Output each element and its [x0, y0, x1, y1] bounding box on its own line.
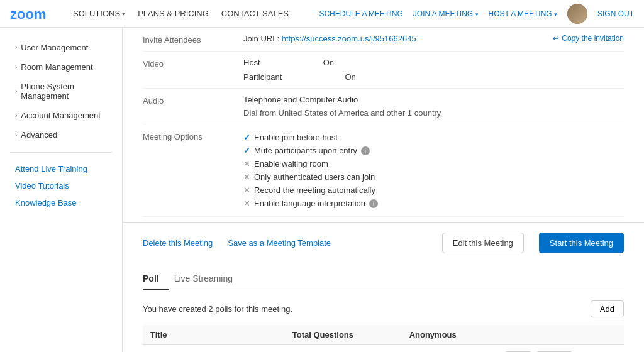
- header-right: SCHEDULE A MEETING JOIN A MEETING ▾ HOST…: [319, 4, 634, 24]
- option-record-automatically: ✕ Record the meeting automatically: [243, 184, 624, 197]
- edit-meeting-button[interactable]: Edit this Meeting: [442, 233, 524, 253]
- zoom-logo-icon: zoom: [10, 6, 60, 21]
- solutions-chevron-icon: ▾: [122, 11, 125, 17]
- poll-anonymous-cell: No: [402, 345, 497, 353]
- sidebar-item-room-management[interactable]: › Room Management: [0, 57, 122, 77]
- lang-info-icon[interactable]: i: [369, 199, 378, 208]
- audio-row: Audio Telephone and Computer Audio Dial …: [143, 89, 624, 124]
- action-bar: Delete this Meeting Save as a Meeting Te…: [123, 222, 644, 263]
- join-meeting-chevron-icon: ▾: [475, 11, 479, 18]
- poll-questions-cell: 2 questions: [285, 345, 402, 353]
- join-meeting-link[interactable]: JOIN A MEETING ▾: [413, 9, 479, 18]
- tabs-bar: Poll Live Streaming: [143, 268, 624, 290]
- meeting-details-table: Invite Attendees Join URL: https://succe…: [123, 28, 644, 217]
- add-poll-button[interactable]: Add: [591, 300, 624, 317]
- sidebar-link-video-tutorials[interactable]: Video Tutorials: [0, 177, 122, 194]
- participant-label: Participant: [243, 72, 282, 82]
- host-value: On: [323, 58, 334, 67]
- option-language-interpretation: ✕ Enable language interpretation i: [243, 197, 624, 210]
- room-mgmt-arrow-icon: ›: [15, 63, 17, 70]
- main-nav: SOLUTIONS ▾ PLANS & PRICING CONTACT SALE…: [73, 9, 319, 18]
- sidebar-item-advanced[interactable]: › Advanced: [0, 125, 122, 145]
- check-icon: ✓: [243, 133, 250, 142]
- logo[interactable]: zoom: [10, 6, 60, 21]
- sidebar-item-account-management[interactable]: › Account Management: [0, 106, 122, 125]
- sidebar: › User Management › Room Management › Ph…: [0, 28, 123, 352]
- poll-table-head: Title Total Questions Anonymous: [143, 325, 624, 345]
- advanced-arrow-icon: ›: [15, 131, 17, 138]
- meeting-options-value: ✓ Enable join before host ✓ Mute partici…: [243, 131, 624, 210]
- invite-attendees-value: Join URL: https://success.zoom.us/j/9516…: [243, 34, 553, 43]
- sidebar-link-live-training[interactable]: Attend Live Training: [0, 160, 122, 177]
- tabs-section: Poll Live Streaming You have created 2 p…: [123, 268, 644, 352]
- acct-mgmt-arrow-icon: ›: [15, 112, 17, 119]
- schedule-meeting-link[interactable]: SCHEDULE A MEETING: [319, 9, 402, 18]
- avatar[interactable]: [567, 4, 587, 24]
- audio-value: Telephone and Computer Audio Dial from U…: [243, 95, 624, 118]
- cross-icon: ✕: [243, 199, 250, 208]
- svg-text:zoom: zoom: [10, 6, 46, 21]
- user-mgmt-arrow-icon: ›: [15, 44, 17, 51]
- poll-table-body: › Poll 1:World History 2 questions No Ed…: [143, 345, 624, 353]
- poll-table-header-row: Title Total Questions Anonymous: [143, 325, 624, 345]
- sidebar-link-knowledge-base[interactable]: Knowledge Base: [0, 194, 122, 211]
- start-meeting-button[interactable]: Start this Meeting: [539, 233, 624, 253]
- poll-description: You have created 2 polls for this meetin…: [143, 304, 292, 314]
- page-layout: › User Management › Room Management › Ph…: [0, 28, 644, 352]
- option-mute-participants: ✓ Mute participants upon entry i: [243, 144, 624, 157]
- nav-solutions[interactable]: SOLUTIONS ▾: [73, 9, 125, 18]
- nav-plans-pricing[interactable]: PLANS & PRICING: [138, 9, 209, 18]
- host-label: Host: [243, 58, 260, 67]
- option-enable-waiting-room: ✕ Enable waiting room: [243, 157, 624, 170]
- dial-from: Dial from United States of America and o…: [243, 108, 624, 118]
- meeting-options-row: Meeting Options ✓ Enable join before hos…: [143, 124, 624, 217]
- audio-type: Telephone and Computer Audio: [243, 95, 624, 104]
- cross-icon: ✕: [243, 159, 250, 168]
- header: zoom SOLUTIONS ▾ PLANS & PRICING CONTACT…: [0, 0, 644, 28]
- option-enable-join-before-host: ✓ Enable join before host: [243, 131, 624, 144]
- tab-poll[interactable]: Poll: [143, 268, 169, 290]
- col-actions: [497, 325, 624, 345]
- nav-contact-sales[interactable]: CONTACT SALES: [221, 9, 289, 18]
- poll-title-cell: › Poll 1:World History: [143, 345, 285, 353]
- poll-header: You have created 2 polls for this meetin…: [143, 300, 624, 317]
- option-authenticated-users: ✕ Only authenticated users can join: [243, 170, 624, 184]
- delete-meeting-link[interactable]: Delete this Meeting: [143, 238, 213, 248]
- col-title: Title: [143, 325, 285, 345]
- cross-icon: ✕: [243, 185, 250, 195]
- audio-label: Audio: [143, 95, 243, 106]
- join-url-link[interactable]: https://success.zoom.us/j/951662645: [282, 34, 416, 43]
- col-total-questions: Total Questions: [285, 325, 402, 345]
- main-content: Invite Attendees Join URL: https://succe…: [123, 28, 644, 352]
- avatar-image: [567, 4, 587, 24]
- video-label: Video: [143, 58, 243, 69]
- host-meeting-chevron-icon: ▾: [554, 11, 557, 18]
- phone-sys-arrow-icon: ›: [15, 88, 17, 95]
- meeting-options-label: Meeting Options: [143, 131, 243, 141]
- tab-live-streaming[interactable]: Live Streaming: [174, 268, 243, 290]
- poll-table: Title Total Questions Anonymous › Poll 1…: [143, 325, 624, 352]
- poll-actions-cell: Edit Delete: [497, 345, 624, 353]
- col-anonymous: Anonymous: [402, 325, 497, 345]
- save-template-link[interactable]: Save as a Meeting Template: [228, 238, 331, 248]
- invite-attendees-label: Invite Attendees: [143, 34, 243, 45]
- sidebar-divider: [10, 152, 112, 153]
- check-icon: ✓: [243, 146, 250, 155]
- copy-invitation-link[interactable]: ↩ Copy the invitation: [553, 34, 624, 43]
- copy-icon: ↩: [553, 34, 559, 43]
- video-host-row: Host On: [243, 58, 624, 67]
- cross-icon: ✕: [243, 172, 250, 182]
- invite-attendees-row: Invite Attendees Join URL: https://succe…: [143, 28, 624, 52]
- host-meeting-link[interactable]: HOST A MEETING ▾: [489, 9, 557, 18]
- sidebar-item-phone-system[interactable]: › Phone System Management: [0, 77, 122, 106]
- sign-out-button[interactable]: SIGN OUT: [597, 9, 634, 18]
- video-row: Video Host On Participant On: [143, 52, 624, 89]
- video-participant-row: Participant On: [243, 72, 624, 82]
- video-value: Host On Participant On: [243, 58, 624, 82]
- sidebar-item-user-management[interactable]: › User Management: [0, 38, 122, 57]
- poll-row-world-history: › Poll 1:World History 2 questions No Ed…: [143, 345, 624, 353]
- join-url-prefix: Join URL:: [243, 34, 282, 43]
- participant-value: On: [345, 72, 355, 82]
- mute-info-icon[interactable]: i: [361, 146, 370, 155]
